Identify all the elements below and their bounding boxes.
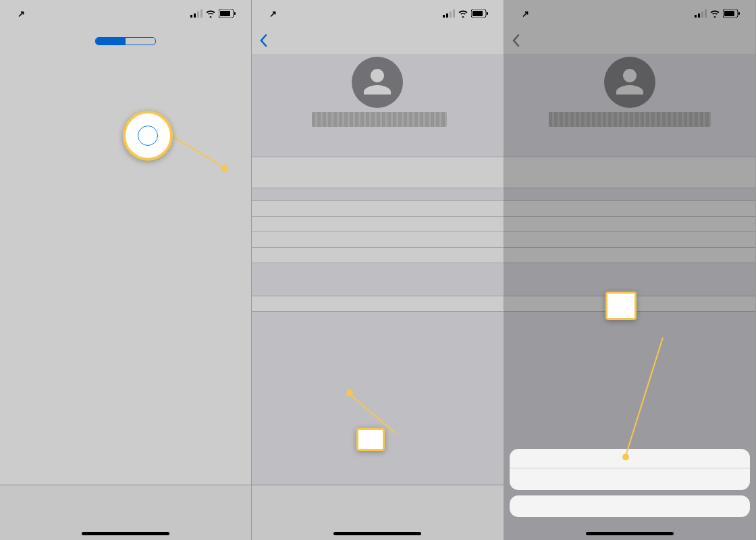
status-icons (443, 9, 489, 18)
status-icons (190, 9, 236, 18)
svg-rect-9 (446, 14, 448, 18)
screen-block-confirmation: ↗ (504, 0, 756, 540)
screen-recents-list: ↗ (0, 0, 252, 540)
back-button[interactable] (511, 34, 520, 47)
svg-rect-8 (443, 15, 445, 18)
home-indicator[interactable] (82, 532, 169, 535)
info-icon (138, 126, 158, 146)
svg-rect-11 (453, 9, 455, 18)
location-icon: ↗ (18, 9, 25, 19)
svg-rect-16 (695, 15, 697, 18)
contact-name (504, 112, 755, 132)
back-button[interactable] (259, 34, 268, 47)
location-icon: ↗ (269, 9, 277, 19)
svg-rect-13 (473, 11, 483, 16)
battery-icon (219, 9, 236, 18)
contact-name (252, 112, 503, 132)
status-bar: ↗ (504, 0, 755, 27)
share-contact-button[interactable] (504, 201, 755, 217)
contact-actions (252, 132, 503, 146)
page-title (10, 53, 241, 65)
svg-rect-22 (738, 12, 740, 15)
home-indicator[interactable] (333, 532, 421, 535)
status-bar: ↗ (252, 0, 503, 27)
callout-block-contact (605, 292, 637, 320)
filter-missed[interactable] (126, 38, 155, 45)
screen-contact-detail: ↗ (252, 0, 504, 540)
create-contact-button[interactable] (252, 232, 503, 248)
svg-rect-18 (701, 11, 703, 18)
chevron-left-icon (259, 34, 268, 47)
svg-rect-0 (190, 15, 192, 18)
svg-rect-6 (234, 12, 236, 15)
filter-segmented-control[interactable] (95, 37, 156, 45)
svg-rect-19 (705, 9, 707, 18)
svg-rect-2 (197, 11, 199, 18)
contact-actions (504, 132, 755, 146)
svg-rect-1 (194, 14, 196, 18)
sheet-message (510, 449, 750, 468)
add-existing-button[interactable] (252, 248, 503, 263)
svg-rect-5 (220, 11, 230, 16)
create-contact-button[interactable] (504, 232, 755, 248)
avatar (352, 57, 403, 108)
block-contact-button[interactable] (510, 468, 750, 490)
callout-block-caller (356, 428, 385, 451)
signal-icon (190, 9, 202, 18)
callout-info-icon (123, 111, 173, 161)
wifi-icon (205, 9, 216, 18)
status-bar: ↗ (0, 0, 251, 27)
share-location-button[interactable] (504, 217, 755, 232)
share-contact-button[interactable] (252, 201, 503, 217)
add-existing-button[interactable] (504, 248, 755, 263)
svg-rect-21 (724, 11, 734, 16)
share-location-button[interactable] (252, 217, 503, 232)
svg-rect-10 (450, 11, 452, 18)
action-sheet (504, 443, 755, 540)
avatar (604, 57, 655, 108)
block-caller-button[interactable] (252, 296, 503, 312)
svg-rect-14 (487, 12, 488, 15)
svg-rect-17 (698, 14, 700, 18)
filter-all[interactable] (96, 38, 126, 45)
cancel-button[interactable] (510, 495, 750, 517)
svg-rect-3 (200, 9, 202, 18)
